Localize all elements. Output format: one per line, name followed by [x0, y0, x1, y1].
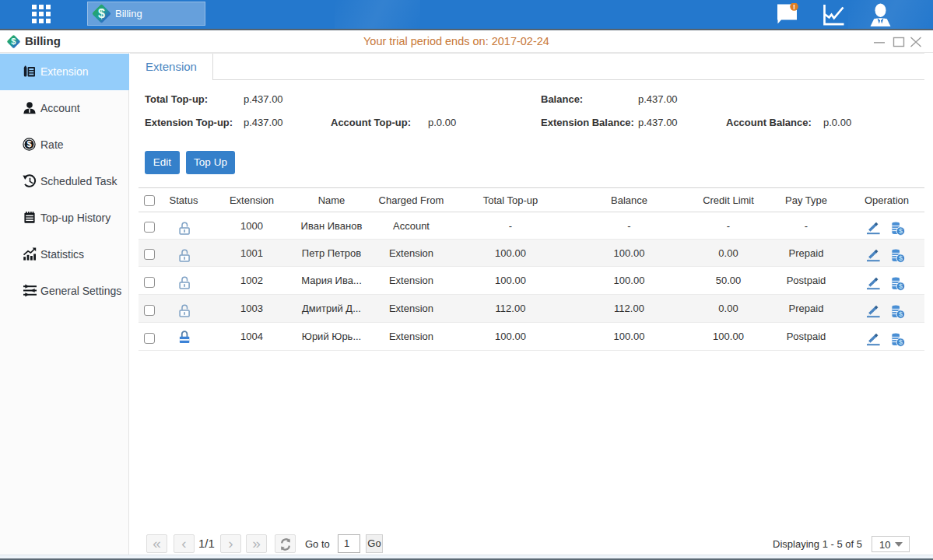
svg-text:!: !: [793, 3, 795, 11]
svg-text:$: $: [898, 310, 902, 318]
svg-text:$: $: [11, 37, 16, 46]
svg-text:$: $: [98, 7, 105, 20]
svg-text:$: $: [898, 282, 902, 290]
svg-text:$: $: [898, 338, 902, 346]
svg-text:$: $: [898, 227, 902, 235]
svg-text:$: $: [26, 139, 31, 149]
svg-text:$: $: [898, 254, 902, 262]
